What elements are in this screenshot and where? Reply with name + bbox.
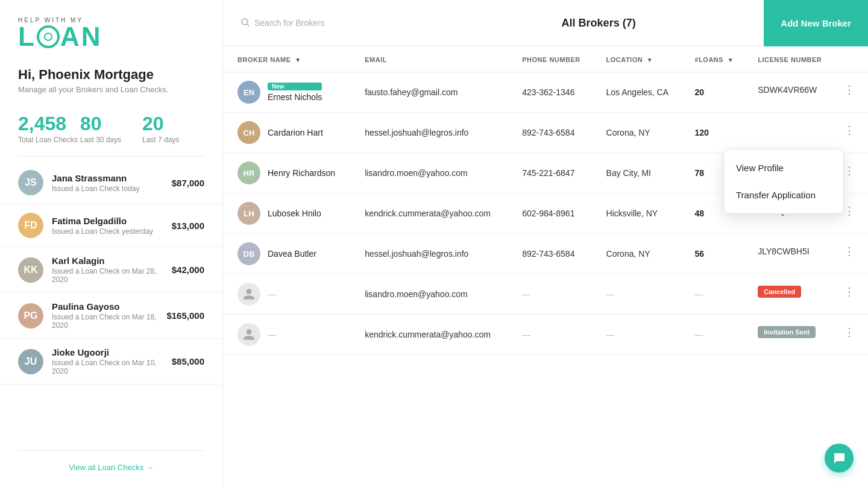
broker-name-wrap: Henry Richardson bbox=[268, 168, 335, 178]
broker-cell-loans: — bbox=[685, 274, 749, 315]
broker-avatar bbox=[237, 283, 260, 306]
more-options-button[interactable]: ⋮ bbox=[840, 323, 858, 341]
add-broker-button[interactable]: Add New Broker bbox=[764, 0, 868, 46]
table-row: — lisandro.moen@yahoo.com — — — Cancelle… bbox=[223, 274, 868, 315]
location-dash: — bbox=[606, 330, 615, 339]
broker-table-area: BROKER NAME ▼ EMAIL PHONE NUMBER LOCATIO… bbox=[223, 46, 868, 487]
license-number: JLY8CWBH5I bbox=[758, 247, 809, 256]
loans-count: 48 bbox=[695, 209, 705, 218]
broker-avatar bbox=[237, 323, 260, 346]
broker-cell-phone: — bbox=[512, 274, 596, 315]
broker-cell: — bbox=[237, 323, 345, 346]
loan-list-item[interactable]: PG Paulina Gayoso Issued a Loan Check on… bbox=[0, 293, 222, 339]
loan-avatar: PG bbox=[18, 303, 43, 328]
more-options-button[interactable]: ⋮ bbox=[840, 81, 858, 99]
more-options-button[interactable]: ⋮ bbox=[840, 121, 858, 139]
broker-cell-email: kendrick.cummerata@yahoo.com bbox=[355, 315, 512, 355]
loan-amount: $87,000 bbox=[172, 178, 204, 188]
loans-dash: — bbox=[695, 330, 703, 339]
dropdown-transfer-application[interactable]: Transfer Application bbox=[724, 181, 843, 209]
dropdown-view-profile[interactable]: View Profile bbox=[724, 154, 843, 181]
broker-cell: LH Lubosek Hnilo bbox=[237, 202, 345, 225]
broker-cell-name: DB Davea Butler bbox=[223, 234, 355, 274]
col-loans[interactable]: #LOANS ▼ bbox=[685, 46, 749, 72]
logo-line2: L AN bbox=[18, 24, 204, 50]
broker-cell-name: HR Henry Richardson bbox=[223, 153, 355, 193]
broker-cell-phone: 892-743-6584 bbox=[512, 113, 596, 153]
broker-cell-phone: 602-984-8961 bbox=[512, 193, 596, 234]
loan-info: Fatima Delgadillo Issued a Loan Check ye… bbox=[52, 216, 163, 236]
col-phone: PHONE NUMBER bbox=[512, 46, 596, 72]
broker-cell-phone: 892-743-6584 bbox=[512, 234, 596, 274]
sort-arrow-location: ▼ bbox=[647, 57, 653, 63]
new-badge: New bbox=[268, 83, 322, 90]
context-dropdown-menu: View Profile Transfer Application bbox=[723, 149, 844, 214]
loan-info: Karl Kalagin Issued a Loan Check on Mar … bbox=[52, 256, 163, 284]
broker-cell-license: Cancelled ⋮ bbox=[748, 274, 868, 309]
loans-count: 56 bbox=[695, 249, 705, 259]
greeting-subtitle: Manage all your Brokers and Loan Checks. bbox=[18, 85, 204, 94]
logo-letter-l: L bbox=[18, 24, 36, 50]
loan-info: Paulina Gayoso Issued a Loan Check on Ma… bbox=[52, 301, 158, 330]
search-input[interactable] bbox=[254, 18, 422, 28]
more-options-button[interactable]: ⋮ bbox=[840, 283, 858, 301]
broker-name-wrap: Davea Butler bbox=[268, 249, 316, 259]
greeting-name: Hi, Phoenix Mortgage bbox=[18, 67, 204, 83]
logo-letters-an: AN bbox=[60, 24, 102, 50]
broker-cell: DB Davea Butler bbox=[237, 242, 345, 265]
top-bar: All Brokers (7) CSV Add New Broker bbox=[223, 0, 868, 46]
broker-cell-email: kendrick.cummerata@yahoo.com bbox=[355, 193, 512, 234]
loan-list-item[interactable]: JS Jana Strassmann Issued a Loan Check t… bbox=[0, 162, 222, 204]
stats-area: 2,458 Total Loan Checks 80 Last 30 days … bbox=[0, 104, 222, 156]
sort-arrow-loans: ▼ bbox=[728, 57, 734, 63]
stat-last-30: 80 Last 30 days bbox=[80, 113, 142, 144]
view-all-loan-checks-link[interactable]: View all Loan Checks → bbox=[69, 463, 154, 472]
loans-count: 78 bbox=[695, 168, 705, 178]
col-broker-name[interactable]: BROKER NAME ▼ bbox=[223, 46, 355, 72]
loan-person-name: Jana Strassmann bbox=[52, 173, 163, 183]
broker-cell-license: Invitation Sent ⋮ bbox=[748, 315, 868, 350]
loan-list-item[interactable]: KK Karl Kalagin Issued a Loan Check on M… bbox=[0, 247, 222, 293]
stat-total-value: 2,458 bbox=[18, 113, 80, 134]
loan-list-item[interactable]: FD Fatima Delgadillo Issued a Loan Check… bbox=[0, 204, 222, 247]
broker-name-dash: — bbox=[268, 330, 276, 339]
broker-avatar: HR bbox=[237, 162, 260, 184]
table-row: EN New Ernest Nichols fausto.fahey@gmail… bbox=[223, 72, 868, 113]
loan-person-name: Jioke Ugoorji bbox=[52, 347, 163, 357]
col-location[interactable]: LOCATION ▼ bbox=[597, 46, 685, 72]
broker-cell-name: — bbox=[223, 274, 355, 315]
loan-avatar: FD bbox=[18, 213, 43, 238]
broker-cell-email: fausto.fahey@gmail.com bbox=[355, 72, 512, 113]
broker-cell-location: Los Angeles, CA bbox=[597, 72, 685, 113]
broker-avatar: CH bbox=[237, 121, 260, 144]
broker-cell-location: Hicksville, NY bbox=[597, 193, 685, 234]
loan-amount: $85,000 bbox=[172, 356, 204, 366]
broker-cell-loans: 20 bbox=[685, 72, 749, 113]
broker-cell-loans: 120 bbox=[685, 113, 749, 153]
broker-cell-location: — bbox=[597, 315, 685, 355]
loans-count: 20 bbox=[695, 87, 705, 97]
broker-cell: HR Henry Richardson bbox=[237, 162, 345, 184]
broker-cell-license: ⋮ bbox=[748, 113, 868, 148]
broker-cell-loans: 56 bbox=[685, 234, 749, 274]
loan-person-name: Karl Kalagin bbox=[52, 256, 163, 266]
loan-description: Issued a Loan Check on Mar 18, 2020 bbox=[52, 313, 158, 330]
more-options-button[interactable]: ⋮ bbox=[840, 242, 858, 260]
table-row: DB Davea Butler hessel.joshuah@legros.in… bbox=[223, 234, 868, 274]
loan-list: JS Jana Strassmann Issued a Loan Check t… bbox=[0, 157, 222, 450]
broker-cell-name: EN New Ernest Nichols bbox=[223, 72, 355, 113]
search-icon bbox=[241, 18, 250, 28]
broker-name: Lubosek Hnilo bbox=[268, 209, 321, 218]
broker-name: Davea Butler bbox=[268, 249, 316, 259]
search-wrapper bbox=[241, 18, 422, 28]
loan-list-item[interactable]: JU Jioke Ugoorji Issued a Loan Check on … bbox=[0, 339, 222, 385]
loan-person-name: Paulina Gayoso bbox=[52, 301, 158, 312]
sort-arrow-broker: ▼ bbox=[295, 57, 301, 63]
broker-cell-name: LH Lubosek Hnilo bbox=[223, 193, 355, 234]
loan-avatar: JU bbox=[18, 349, 43, 374]
broker-cell-name: — bbox=[223, 315, 355, 355]
col-email: EMAIL bbox=[355, 46, 512, 72]
chat-button[interactable] bbox=[825, 444, 854, 473]
broker-cell-license: SDWK4VR66W ⋮ bbox=[748, 72, 868, 107]
phone-dash: — bbox=[522, 330, 530, 339]
